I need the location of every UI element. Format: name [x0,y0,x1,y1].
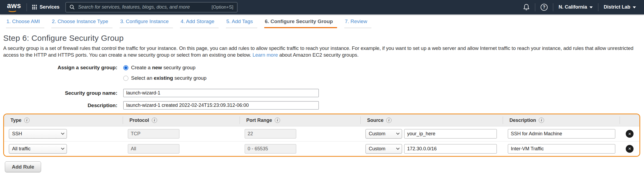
rule-description-input[interactable] [508,144,615,154]
search-icon [70,5,75,10]
header-source: Source i [361,116,503,124]
global-search[interactable]: [Option+S] [66,2,237,12]
chevron-down-icon [61,131,64,135]
rule-source-input[interactable] [404,144,497,154]
radio-create-new-group[interactable]: Create a new security group [123,65,196,71]
chevron-down-icon [589,6,593,8]
notifications-button[interactable] [523,4,530,11]
rule-row-all-traffic: All traffic Custom ✕ [4,141,639,156]
services-menu-button[interactable]: Services [32,4,60,10]
bell-icon [523,4,530,11]
protocol-info-icon[interactable]: i [152,118,157,123]
region-selector[interactable]: N. California [559,4,593,10]
main-content: Step 6: Configure Security Group A secur… [0,34,644,172]
rule-type-select[interactable]: SSH [9,129,67,138]
rule-row-ssh: SSH Custom ✕ [4,126,639,141]
radio-create-new-label[interactable]: Create a new security group [131,65,196,71]
delete-rule-button[interactable]: ✕ [626,130,634,138]
rule-source-mode-select[interactable]: Custom [366,144,402,154]
search-input[interactable] [78,4,208,10]
rule-source-input[interactable] [404,129,497,138]
nav-divider [27,3,27,11]
nav-divider [598,3,598,11]
rule-type-select[interactable]: All traffic [9,144,67,154]
chevron-down-icon [396,146,400,150]
security-group-description-input[interactable] [123,101,319,110]
rules-table-header: Type i Protocol i Port Range i Source i … [4,114,639,126]
nav-divider [553,3,553,11]
radio-select-existing-label[interactable]: Select an existing security group [131,75,207,81]
nav-divider [535,3,535,11]
chevron-down-icon [61,146,64,150]
aws-logo[interactable]: aws [7,2,21,12]
services-label: Services [40,4,60,10]
chevron-down-icon [396,131,400,135]
step-tab-add-storage[interactable]: 4. Add Storage [180,19,219,28]
description-label: Description: [3,103,117,108]
account-label: District Lab [604,4,630,10]
learn-more-link[interactable]: Learn more [252,52,278,58]
step-tab-add-tags[interactable]: 5. Add Tags [226,19,257,28]
port-range-info-icon[interactable]: i [275,118,280,123]
add-rule-button[interactable]: Add Rule [5,161,41,172]
help-button[interactable]: ? [541,4,548,11]
security-group-form: Assign a security group: Create a new se… [3,65,641,110]
delete-rule-button[interactable]: ✕ [626,145,634,153]
rule-port-range-field [245,144,296,154]
services-grid-icon [32,5,37,9]
header-description: Description i [503,116,620,124]
rule-protocol-field [128,129,179,138]
radio-select-existing-group[interactable]: Select an existing security group [123,75,207,81]
wizard-step-tabs: 1. Choose AMI 2. Choose Instance Type 3.… [0,14,644,28]
header-protocol: Protocol i [123,116,240,124]
step-tab-configure-instance[interactable]: 3. Configure Instance [120,19,173,28]
top-navigation: aws Services [Option+S] ? N. California [0,0,644,14]
rule-source-mode-select[interactable]: Custom [366,129,402,138]
header-type: Type i [4,116,123,124]
security-rules-table: Type i Protocol i Port Range i Source i … [3,114,640,157]
security-group-name-label: Security group name: [3,90,117,96]
header-port-range: Port Range i [240,116,361,124]
source-info-icon[interactable]: i [386,118,392,123]
radio-button-select-existing[interactable] [123,76,128,81]
step-tab-review[interactable]: 7. Review [344,19,371,28]
account-menu[interactable]: District Lab [604,4,636,10]
aws-smile-icon [8,8,17,12]
description-text-after-link: about Amazon EC2 security groups. [279,52,359,58]
step-tab-configure-security-group[interactable]: 6. Configure Security Group [264,19,337,28]
page-description: A security group is a set of firewall ru… [3,45,641,58]
type-info-icon[interactable]: i [24,118,30,123]
radio-button-create-new[interactable] [123,65,128,70]
step-tab-choose-ami[interactable]: 1. Choose AMI [6,19,44,28]
security-group-name-input[interactable] [123,89,319,97]
rule-protocol-field [128,144,179,154]
page-title: Step 6: Configure Security Group [3,34,641,43]
description-info-icon[interactable]: i [539,118,544,123]
rule-port-range-field [245,129,296,138]
step-tab-choose-instance-type[interactable]: 2. Choose Instance Type [51,19,113,28]
rule-description-input[interactable] [508,129,615,138]
search-shortcut-hint: [Option+S] [212,5,233,10]
chevron-down-icon [633,6,636,8]
region-label: N. California [559,4,587,10]
help-icon: ? [541,4,548,11]
assign-security-group-label: Assign a security group: [3,65,117,71]
